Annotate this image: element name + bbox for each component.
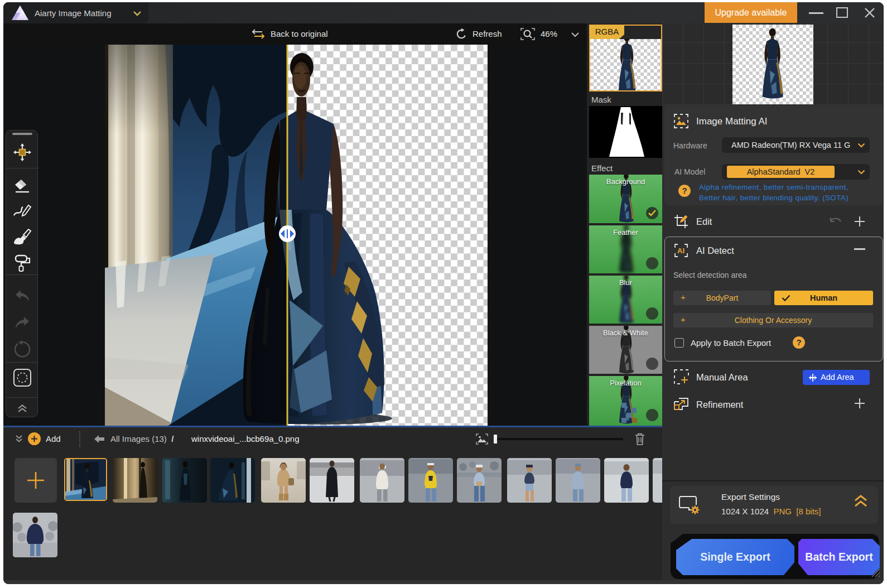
svg-text:AI: AI [677, 247, 684, 255]
